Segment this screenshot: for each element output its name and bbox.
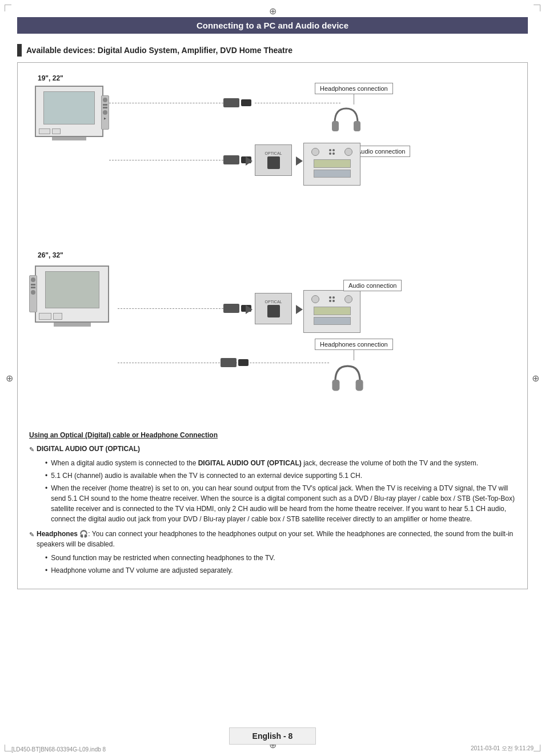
tv-stand-bottom <box>54 323 91 327</box>
dot1 <box>329 149 331 151</box>
bullet-digital-3: • When the receiver (home theatre) is se… <box>45 483 516 524</box>
corner-bl <box>5 745 11 751</box>
diagram-bottom-section: 26", 32" <box>26 248 519 425</box>
conn-right-bhp <box>238 359 249 366</box>
audio-system-bottom <box>303 290 360 333</box>
bullet-hp-1: • Sound function may be restricted when … <box>45 553 516 563</box>
tv-screen-bottom <box>45 271 99 308</box>
cable-bottom-opt <box>118 308 223 309</box>
headphone-icon-bottom <box>329 360 366 396</box>
svg-rect-0 <box>332 121 339 131</box>
digital-audio-heading-text: DIGITAL AUDIO OUT (OPTICAL) <box>37 445 140 453</box>
arrow-bottom <box>243 305 255 316</box>
optical-box-bottom: OPTICAL <box>255 293 292 324</box>
bullet-digital-2: • 5.1 CH (channel) audio is available wh… <box>45 471 516 481</box>
tv-top: ▶ <box>35 86 103 140</box>
svg-rect-2 <box>332 380 339 391</box>
left-cross: ⊕ <box>6 373 13 384</box>
svg-rect-3 <box>356 380 363 391</box>
port-rect2 <box>103 107 107 108</box>
page-title: Connecting to a PC and Audio device <box>17 17 528 34</box>
digital-audio-heading: DIGITAL AUDIO OUT (OPTICAL) <box>37 444 140 454</box>
tv-icon-b1 <box>39 313 51 320</box>
port-text: ▶ <box>102 116 109 120</box>
knob1-top <box>311 148 319 156</box>
headphones-conn-label-top: Headphones connection <box>315 83 393 104</box>
tv-bottom-icons-b <box>39 313 62 320</box>
conn-left-bopt <box>223 304 239 313</box>
note-icon-digital: ✎ <box>29 445 34 455</box>
dot-b3 <box>329 300 331 302</box>
tv-ports-bottom <box>29 275 37 312</box>
optical-device-top: OPTICAL <box>255 144 292 176</box>
audio-lcd-bottom <box>314 307 351 315</box>
tv-stand-top <box>52 137 86 140</box>
heading-bar <box>17 44 22 57</box>
corner-br <box>534 745 540 751</box>
bold-digital: DIGITAL AUDIO OUT (OPTICAL) <box>198 459 302 467</box>
optical-port-bottom <box>267 305 280 317</box>
optical-port-top <box>267 156 280 169</box>
knob2-top <box>344 148 352 156</box>
tv-bottom-icons <box>39 128 61 134</box>
headphones-conn-label-bottom: Headphones connection <box>315 339 393 360</box>
corner-tl <box>5 5 11 11</box>
bullet-hp-1-text: Sound function may be restricted when co… <box>51 553 275 563</box>
tv-label-bottom: 26", 32" <box>38 251 63 259</box>
headphones-note-text: Headphones 🎧: You can connect your headp… <box>37 529 516 549</box>
port-b2 <box>31 284 35 285</box>
conn-left-bhp <box>221 358 237 367</box>
knob2-bottom <box>344 295 352 303</box>
tv-icon-b2 <box>53 313 62 320</box>
optical-device-bottom: OPTICAL <box>255 293 292 324</box>
digital-audio-bullets: • When a digital audio system is connect… <box>45 458 516 524</box>
audio-label-box-top: Audio connection <box>352 146 410 157</box>
audio-box-top <box>303 143 360 186</box>
hp-body-text: : You can connect your headphones to the… <box>37 530 513 548</box>
audio-box-bottom <box>303 290 360 333</box>
port-rect <box>103 104 107 106</box>
knobs-b-row1 <box>329 296 335 299</box>
headphones-note: ✎ Headphones 🎧: You can connect your hea… <box>29 529 516 549</box>
hp-label-line-b <box>354 350 354 360</box>
headphones-bullets: • Sound function may be restricted when … <box>45 553 516 576</box>
bullet-digital-2-text: 5.1 CH (channel) audio is available when… <box>51 471 362 481</box>
svg-rect-1 <box>354 121 360 131</box>
conn-right-hp <box>241 99 251 106</box>
audio-conn-label-top: Audio connection <box>352 146 410 157</box>
tv-body-top: ▶ <box>35 86 103 137</box>
right-cross: ⊕ <box>532 373 539 384</box>
diagram-top-section: 19", 22" ▶ <box>26 71 519 231</box>
optical-text-top: OPTICAL <box>265 151 282 155</box>
optical-text-bottom: OPTICAL <box>265 300 282 304</box>
conn-left-hp <box>223 98 239 107</box>
tv-icon2 <box>52 128 61 134</box>
bullet-dot-1: • <box>45 458 47 468</box>
port-b3 <box>31 287 35 288</box>
hp-label-box-bottom: Headphones connection <box>315 339 393 350</box>
footer-badge: English - 8 <box>229 727 316 745</box>
diagram-box: 19", 22" ▶ <box>17 62 528 589</box>
arrow-top <box>243 156 255 167</box>
section-heading: Available devices: Digital Audio System,… <box>17 44 528 57</box>
dot-b2 <box>332 296 335 299</box>
dot4 <box>332 152 335 155</box>
bullet-dot-hp1: • <box>45 553 47 563</box>
digital-audio-note: ✎ DIGITAL AUDIO OUT (OPTICAL) <box>29 444 516 455</box>
cable-top-hp <box>109 103 223 103</box>
dot2 <box>332 149 335 151</box>
knobs-row1 <box>329 149 335 151</box>
hp-label-box-top: Headphones connection <box>315 83 393 94</box>
center-cross-top: ⊕ <box>269 6 276 17</box>
port-circle <box>103 98 107 102</box>
bullet-dot-2: • <box>45 471 47 481</box>
headphone-icon-top <box>329 103 363 136</box>
knobs-b-row2 <box>329 300 335 302</box>
audio-knobs-bottom <box>304 291 360 305</box>
port-circle2 <box>103 110 107 115</box>
conn-left-opt <box>223 155 239 164</box>
audio-label-box-bottom: Audio connection <box>343 280 402 291</box>
notes-underline-title: Using an Optical (Digital) cable or Head… <box>29 431 516 439</box>
tv-icon1 <box>39 128 50 134</box>
optical-box-top: OPTICAL <box>255 144 292 176</box>
